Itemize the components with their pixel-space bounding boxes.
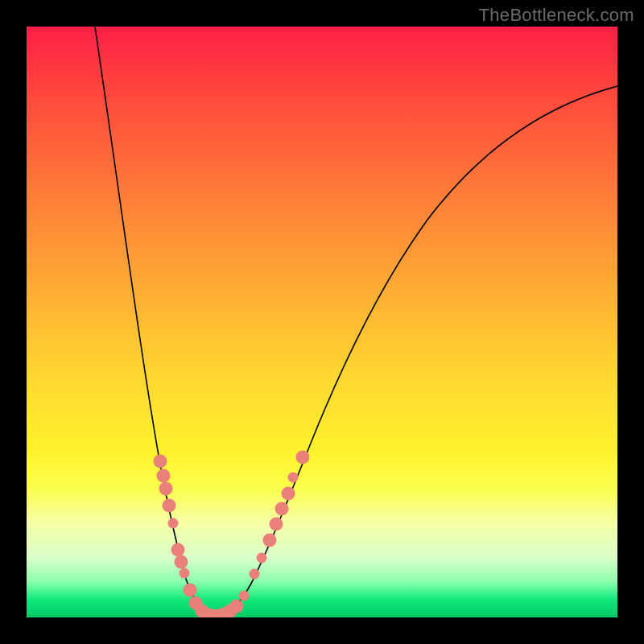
sample-dot [296, 451, 310, 464]
sample-dots-group [154, 451, 310, 618]
sample-dot [250, 569, 260, 580]
sample-dot [239, 591, 250, 601]
sample-dot [157, 469, 171, 483]
sample-dot [270, 518, 283, 531]
sample-dot [168, 518, 179, 529]
watermark-text: TheBottleneck.com [479, 5, 634, 26]
sample-dot [184, 584, 197, 597]
curve-left-branch [95, 27, 213, 616]
sample-dot [275, 502, 289, 516]
curve-layer [27, 27, 617, 617]
sample-dot [288, 473, 299, 483]
sample-dot [163, 499, 176, 513]
sample-dot [257, 553, 267, 564]
chart-frame: TheBottleneck.com [0, 0, 644, 644]
sample-dot [159, 482, 173, 496]
sample-dot [171, 543, 185, 557]
plot-area [27, 27, 617, 617]
sample-dot [263, 534, 277, 547]
sample-dot [282, 487, 295, 501]
sample-dot [175, 555, 188, 569]
sample-dot [154, 455, 167, 469]
sample-dot [180, 568, 190, 579]
sample-dot [230, 600, 244, 613]
